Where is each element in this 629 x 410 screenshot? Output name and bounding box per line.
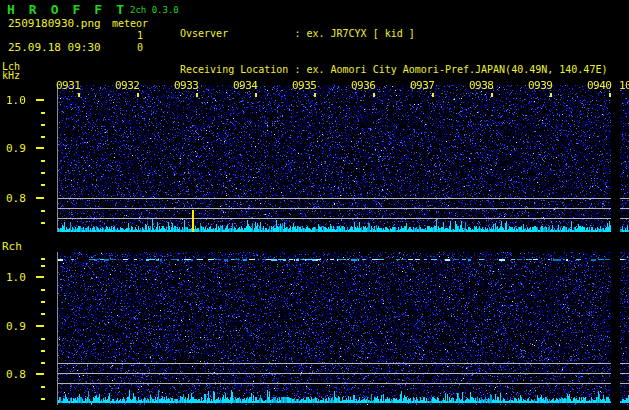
- time-tick: [78, 93, 80, 97]
- time-label-partial: 10: [619, 79, 629, 92]
- hrofft-screen: HROFFT 2ch 0.3.0 2509180930.png meteor 1…: [0, 0, 629, 410]
- time-tick: [373, 93, 375, 97]
- freq-minor-tick: [41, 301, 45, 303]
- meteor-count-lch: 1: [137, 30, 143, 41]
- freq-label: 0.9: [6, 320, 26, 333]
- time-tick: [609, 93, 611, 97]
- datetime-label: 25.09.18 09:30: [8, 41, 101, 54]
- lch-spectrogram-canvas: [57, 85, 629, 232]
- freq-minor-tick: [41, 184, 45, 186]
- freq-minor-tick: [41, 136, 45, 138]
- freq-minor-tick: [41, 313, 45, 315]
- observer-line: Ovserver : ex. JR7CYX [ kid ]: [180, 28, 629, 40]
- time-tick: [314, 93, 316, 97]
- location-line: Receiving Location : ex. Aomori City Aom…: [180, 64, 629, 76]
- time-tick: [137, 93, 139, 97]
- freq-minor-tick: [41, 222, 45, 224]
- freq-minor-tick: [41, 258, 45, 260]
- app-title: HROFFT: [7, 2, 138, 17]
- freq-minor-tick: [41, 350, 45, 352]
- freq-label: 1.0: [6, 271, 26, 284]
- freq-minor-tick: [41, 172, 45, 174]
- freq-minor-tick: [41, 362, 45, 364]
- time-label: 0936: [351, 79, 376, 92]
- time-label: 0933: [174, 79, 199, 92]
- freq-major-tick: [36, 197, 44, 199]
- time-tick: [432, 93, 434, 97]
- time-label: 0940: [587, 79, 612, 92]
- freq-minor-tick: [41, 210, 45, 212]
- freq-minor-tick: [41, 398, 45, 400]
- freq-minor-tick: [41, 265, 45, 267]
- freq-minor-tick: [41, 124, 45, 126]
- filename-label: 2509180930.png: [8, 17, 101, 30]
- freq-label: 0.9: [6, 142, 26, 155]
- meteor-count-rch: 0: [137, 42, 143, 53]
- time-label: 0934: [233, 79, 258, 92]
- freq-label: 0.8: [6, 192, 26, 205]
- time-tick: [255, 93, 257, 97]
- freq-minor-tick: [41, 160, 45, 162]
- freq-minor-tick: [41, 289, 45, 291]
- version-label: 2ch 0.3.0: [130, 5, 179, 15]
- time-label: 0938: [469, 79, 494, 92]
- freq-major-tick: [36, 325, 44, 327]
- freq-minor-tick: [41, 338, 45, 340]
- freq-major-tick: [36, 99, 44, 101]
- time-tick: [491, 93, 493, 97]
- rch-spectrogram-canvas: [57, 252, 629, 405]
- freq-major-tick: [36, 276, 44, 278]
- freq-label: 0.8: [6, 368, 26, 381]
- time-label: 0931: [56, 79, 81, 92]
- time-tick: [196, 93, 198, 97]
- meteor-label: meteor: [112, 18, 148, 29]
- time-label: 0935: [292, 79, 317, 92]
- freq-major-tick: [36, 147, 44, 149]
- freq-minor-tick: [41, 112, 45, 114]
- rch-axis-label: Rch: [2, 240, 22, 253]
- freq-minor-tick: [41, 386, 45, 388]
- khz-unit-label: kHz: [2, 70, 20, 81]
- freq-label: 1.0: [6, 94, 26, 107]
- time-label: 0932: [115, 79, 140, 92]
- time-label: 0939: [528, 79, 553, 92]
- time-tick: [550, 93, 552, 97]
- time-label: 0937: [410, 79, 435, 92]
- freq-major-tick: [36, 373, 44, 375]
